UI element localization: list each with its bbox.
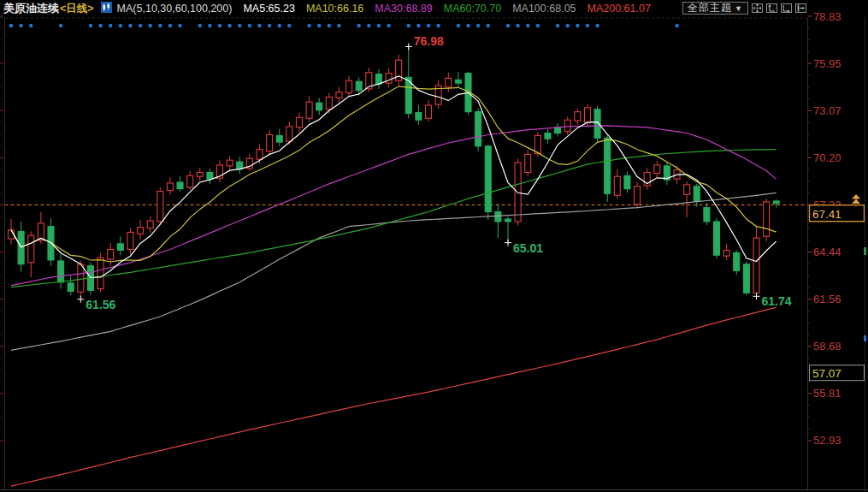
candle <box>306 102 312 118</box>
ma-value-labels: MA5:65.23MA10:66.16MA30:68.89MA60:70.70M… <box>232 3 650 15</box>
candle <box>237 162 243 169</box>
candle <box>127 232 133 249</box>
candle <box>28 235 34 263</box>
signal-dot <box>198 24 202 27</box>
x-axis-scale-icon <box>782 4 790 12</box>
y-axis-label: 73.07 <box>813 104 841 117</box>
candle <box>197 173 203 177</box>
signal-dot <box>268 24 271 27</box>
candle <box>286 127 292 141</box>
candle <box>505 219 511 222</box>
y-axis-label: 61.56 <box>813 293 841 305</box>
candle <box>167 183 173 191</box>
ma-label-ma60: MA60:70.70 <box>444 3 501 15</box>
candle <box>694 187 700 201</box>
candle <box>485 146 491 212</box>
theme-dropdown[interactable]: 全部主题▼ <box>682 2 748 15</box>
candle <box>704 208 710 222</box>
signal-dot <box>337 24 340 27</box>
signal-dot <box>675 24 678 27</box>
candle <box>257 150 263 159</box>
signal-dot <box>139 24 142 27</box>
signal-dot <box>278 24 281 27</box>
candle <box>267 134 273 151</box>
edge-mark-blue <box>864 335 866 341</box>
extreme-cross-marker <box>505 240 511 246</box>
timeframe-label[interactable]: <日线> <box>60 2 94 16</box>
signal-dot <box>98 24 102 27</box>
ma5-line <box>11 76 776 278</box>
candle <box>555 127 561 133</box>
candle <box>446 78 452 87</box>
candle <box>416 113 422 121</box>
candle <box>316 103 322 110</box>
signal-dot <box>566 24 570 27</box>
signal-dot <box>377 24 381 27</box>
signal-dot <box>119 24 122 27</box>
x-axis-scale-button[interactable] <box>781 3 792 13</box>
y-axis-label: 52.93 <box>813 434 841 447</box>
y-axis-label: 55.81 <box>813 387 841 400</box>
shift-right-icon <box>797 4 805 12</box>
price-up-arrow-icon <box>852 194 860 204</box>
edge-mark-green <box>864 247 866 255</box>
ma-label-ma10: MA10:66.16 <box>306 3 363 15</box>
signal-dot <box>238 24 241 27</box>
ma-label-ma5: MA5:65.23 <box>243 3 294 15</box>
candle <box>743 264 749 293</box>
signal-dot <box>158 24 162 27</box>
candle <box>654 165 660 174</box>
candle <box>495 211 501 221</box>
candle <box>78 264 84 293</box>
candle <box>336 92 342 98</box>
signal-dot <box>307 24 310 27</box>
candle <box>18 231 24 264</box>
y-axis-label: 75.95 <box>813 57 841 70</box>
signal-dot <box>576 24 579 27</box>
signal-dot <box>436 24 440 27</box>
signal-dot <box>89 24 92 27</box>
candle <box>723 250 729 256</box>
candle <box>108 250 114 259</box>
signal-dot <box>416 24 420 27</box>
signal-dot <box>367 24 370 27</box>
candle <box>764 202 770 236</box>
signal-dot <box>387 24 390 27</box>
candle <box>455 80 461 83</box>
y-axis-scale-button[interactable] <box>766 3 777 13</box>
ma10-line <box>11 86 776 262</box>
ma200-line <box>11 307 776 486</box>
signal-dot <box>29 24 32 27</box>
shift-right-button[interactable] <box>795 3 806 13</box>
signal-dot <box>227 24 231 27</box>
candle <box>564 120 570 131</box>
signal-dot <box>257 24 261 27</box>
pan-crosshair-button[interactable] <box>752 3 763 13</box>
ma-label-ma100: MA100:68.05 <box>512 3 576 15</box>
signal-dot <box>457 24 460 27</box>
candle <box>326 97 332 109</box>
extreme-price-label: 61.56 <box>86 298 115 311</box>
theme-dropdown-label: 全部主题 <box>688 2 732 14</box>
candlestick-mini-icon[interactable] <box>101 2 112 15</box>
candle <box>614 176 620 195</box>
chart-canvas[interactable]: 78.8375.9573.0770.2067.3264.4461.5658.68… <box>0 0 868 492</box>
y-axis-label: 58.68 <box>813 340 841 353</box>
candle <box>534 135 540 153</box>
candle <box>187 175 193 187</box>
ma-label-ma200: MA200:61.07 <box>588 3 651 15</box>
candle <box>356 81 362 91</box>
y-axis-label: 64.44 <box>813 246 841 258</box>
cursor-price-value: 57.07 <box>812 367 841 380</box>
candle <box>97 258 103 288</box>
pan-crosshair-icon <box>753 4 761 12</box>
extreme-cross-marker <box>753 293 760 299</box>
signal-dot <box>19 24 22 27</box>
signal-dot <box>526 24 529 27</box>
y-axis-scale-icon <box>768 4 776 12</box>
signal-dot <box>516 24 519 27</box>
candle <box>296 117 302 127</box>
signal-dot <box>178 24 181 27</box>
candle <box>753 238 759 293</box>
candle <box>147 221 153 228</box>
